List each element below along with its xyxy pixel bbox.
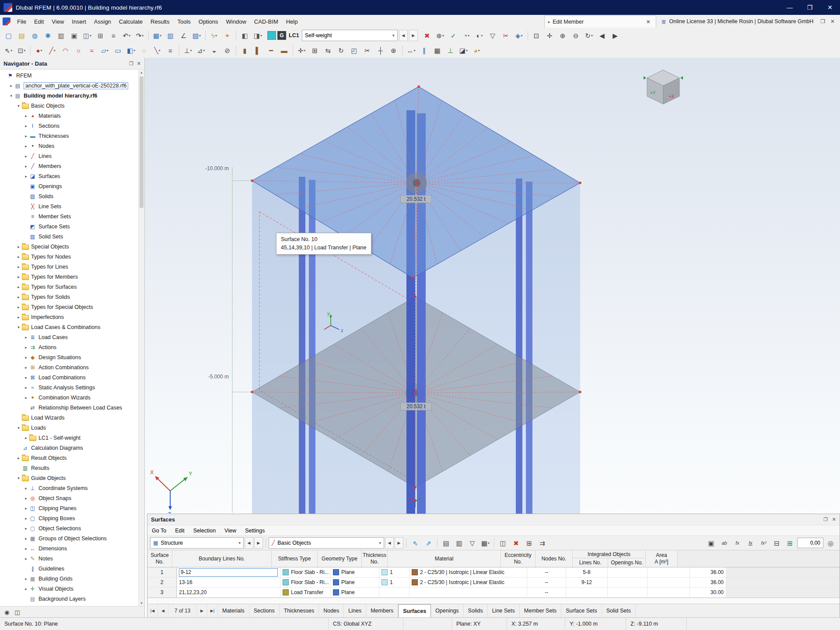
table-filter-icon[interactable]: ▽ <box>466 537 479 549</box>
menu-insert[interactable]: Insert <box>68 15 90 28</box>
expand-arrow-icon[interactable]: ▸ <box>23 385 29 390</box>
col-surface-no[interactable]: Surface No. <box>147 550 172 567</box>
tree-item-design-situations[interactable]: ▸◆Design Situations <box>0 352 144 362</box>
tab-thicknesses[interactable]: Thicknesses <box>280 604 319 617</box>
bim-link-icon[interactable]: ◍ <box>28 30 41 41</box>
results-display-icon[interactable]: ◔▾ <box>460 30 473 41</box>
previous-table-button[interactable]: ◀ <box>245 537 253 549</box>
guideline-icon[interactable]: ∥ <box>418 45 430 56</box>
tree-item-result-objects[interactable]: ▸Result Objects <box>0 453 144 463</box>
expand-arrow-icon[interactable]: ▸ <box>16 255 21 259</box>
expand-arrow-icon[interactable]: ▸ <box>23 174 29 178</box>
cell-nodes-no[interactable] <box>566 588 608 597</box>
tree-item-types-for-special-objects[interactable]: ▸Types for Special Objects <box>0 302 144 312</box>
connect-icon[interactable]: ⊕ <box>387 45 400 56</box>
scroll-up-icon[interactable]: ▲ <box>139 70 144 75</box>
new-circle-icon[interactable]: ○ <box>72 45 85 56</box>
select-special-icon[interactable]: ⊡▾ <box>15 45 28 56</box>
work-plane-icon[interactable]: ∠ <box>177 30 190 41</box>
select-in-graphic-icon[interactable]: ⇖ <box>409 537 422 549</box>
expand-arrow-icon[interactable]: ▸ <box>16 245 21 249</box>
tab-surface-sets[interactable]: Surface Sets <box>561 604 602 617</box>
split-window-icon[interactable]: ◧ <box>238 30 251 41</box>
tab-nodes[interactable]: Nodes <box>319 604 344 617</box>
tree-item-coordinate-systems[interactable]: ▸⊥Coordinate Systems <box>0 483 144 493</box>
expand-arrow-icon[interactable]: ▸ <box>16 295 21 299</box>
table-view-icon[interactable]: ▥ <box>164 30 177 41</box>
expand-arrow-icon[interactable]: ▸ <box>23 556 29 561</box>
cell-stiffness-type[interactable]: Floor Slab - Ri... <box>280 567 331 577</box>
table-rows-icon[interactable]: ▤ <box>440 537 452 549</box>
cell-lines-no[interactable] <box>608 567 648 577</box>
new-opening-icon[interactable]: ▭ <box>112 45 124 56</box>
tab-lines[interactable]: Lines <box>344 604 366 617</box>
tree-item-thicknesses[interactable]: ▸▬Thicknesses <box>0 131 144 141</box>
tree-item-relationship-between-load-cases[interactable]: ⇄Relationship Between Load Cases <box>0 402 144 413</box>
tree-item-types-for-nodes[interactable]: ▸Types for Nodes <box>0 252 144 262</box>
find-object-icon[interactable]: ◎ <box>824 537 837 549</box>
new-solid-icon[interactable]: ◧▾ <box>125 45 137 56</box>
cell-material[interactable]: 2 - C25/30 | Isotropic | Linear Elastic <box>410 567 527 577</box>
expand-arrow-icon[interactable]: ▸ <box>23 335 29 340</box>
pan-icon[interactable]: ✛ <box>543 30 556 41</box>
menu-view[interactable]: View <box>48 15 68 28</box>
basic-objects-combobox[interactable]: ╱ Basic Objects ▾ <box>269 537 384 549</box>
previous-load-case-button[interactable]: ◀ <box>399 30 408 41</box>
cell-geometry-type[interactable]: Plane <box>331 588 379 597</box>
regenerate-icon[interactable]: ✦ <box>221 30 234 41</box>
cell-area[interactable]: 36.00 <box>690 578 726 587</box>
window-layout-icon[interactable]: ◨▾ <box>252 30 264 41</box>
expand-arrow-icon[interactable]: ▸ <box>23 144 29 148</box>
tree-item-member-sets[interactable]: ≡Member Sets <box>0 211 144 221</box>
fx-edit-icon[interactable]: fx <box>744 537 757 549</box>
tab-line-sets[interactable]: Line Sets <box>488 604 520 617</box>
new-column-icon[interactable]: ▌ <box>252 45 264 56</box>
cell-material[interactable] <box>410 588 527 597</box>
navigator-scrollbar[interactable]: ▲ ▼ <box>138 70 144 606</box>
check-model-icon[interactable]: ✓ <box>447 30 460 41</box>
divide-icon[interactable]: ┼ <box>374 45 387 56</box>
tree-item-types-for-members[interactable]: ▸Types for Members <box>0 272 144 282</box>
printout-report-icon[interactable]: ▥ <box>55 30 67 41</box>
tree-item-openings[interactable]: ▣Openings <box>0 181 144 191</box>
expand-arrow-icon[interactable]: ▸ <box>16 315 21 319</box>
clipping-box-icon[interactable]: ◪▾ <box>457 45 470 56</box>
tree-item-background-layers[interactable]: ▤Background Layers <box>0 594 144 604</box>
tree-item-calculation-diagrams[interactable]: ⊿Calculation Diagrams <box>0 443 144 453</box>
expand-arrow-icon[interactable]: ▸ <box>23 536 29 541</box>
cell-geometry-type[interactable]: Plane <box>331 567 379 577</box>
collapse-arrow-icon[interactable]: ▾ <box>16 104 21 108</box>
member-hinge-icon[interactable]: ◒ <box>208 45 220 56</box>
navigation-cube[interactable]: +Y +X <box>644 70 683 104</box>
tab-sections[interactable]: Sections <box>249 604 280 617</box>
col-lines-no[interactable]: Lines No. <box>573 558 608 567</box>
next-record-icon[interactable]: ▶ <box>197 604 207 617</box>
next-table-button[interactable]: ▶ <box>254 537 263 549</box>
coordinate-system-icon[interactable]: ⊥ <box>444 45 457 56</box>
zoom-out-icon[interactable]: ⊖ <box>570 30 582 41</box>
load-case-combobox[interactable]: Self-weight ▾ <box>302 30 398 41</box>
next-load-case-button[interactable]: ▶ <box>409 30 418 41</box>
cell-openings-no[interactable] <box>648 578 690 587</box>
new-line-icon[interactable]: ╱▾ <box>46 45 59 56</box>
cell-area[interactable]: 36.00 <box>690 567 726 577</box>
cell-nodes-no[interactable]: 5-8 <box>566 567 608 577</box>
line-support-icon[interactable]: ⊿▾ <box>195 45 207 56</box>
expand-arrow-icon[interactable]: ▸ <box>16 285 21 289</box>
cell-area[interactable]: 30.00 <box>690 588 726 597</box>
col-geometry-type[interactable]: Geometry Type <box>318 550 362 567</box>
expand-arrow-icon[interactable]: ▸ <box>23 154 29 158</box>
tree-item-clipping-boxes[interactable]: ▸▢Clipping Boxes <box>0 513 144 523</box>
menu-calculate[interactable]: Calculate <box>115 15 147 28</box>
expand-arrow-icon[interactable]: ▸ <box>23 164 29 168</box>
expand-arrow-icon[interactable]: ▸ <box>23 396 29 400</box>
cell-boundary-lines[interactable]: 13-16 <box>177 578 280 587</box>
dock-panel-icon[interactable]: ❐ <box>819 18 827 25</box>
expand-arrow-icon[interactable]: ▸ <box>23 496 29 500</box>
filter-icon[interactable]: ▽ <box>486 30 499 41</box>
select-row-graphic-icon[interactable]: ⇗ <box>422 537 435 549</box>
load-type-icon[interactable] <box>267 31 276 40</box>
scrollbar-thumb[interactable] <box>140 77 144 208</box>
tab-openings[interactable]: Openings <box>431 604 464 617</box>
expand-arrow-icon[interactable]: ▸ <box>23 134 29 138</box>
